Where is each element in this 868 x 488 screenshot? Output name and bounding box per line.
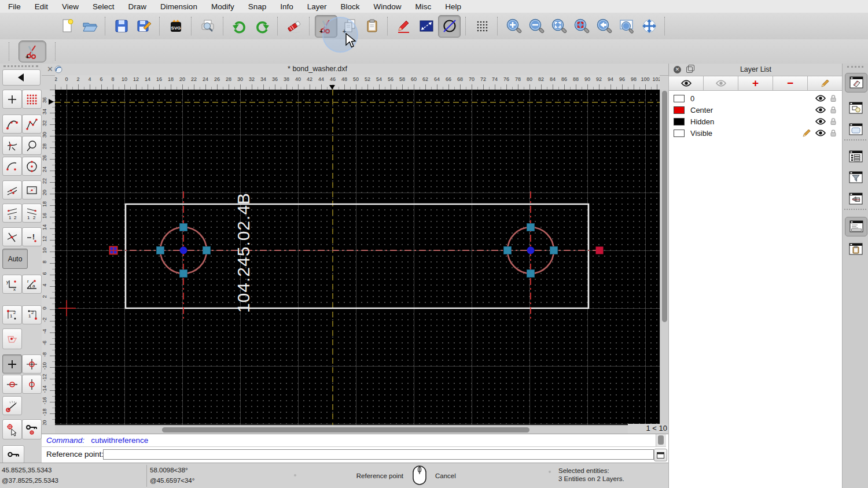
menu-draw[interactable]: Draw (128, 2, 147, 11)
menu-snap[interactable]: Snap (248, 2, 267, 11)
snap-angle-gauge-button[interactable] (2, 396, 22, 415)
show-all-layers-button[interactable] (668, 76, 704, 91)
menu-dimension[interactable]: Dimension (160, 2, 197, 11)
menu-block[interactable]: Block (341, 2, 360, 11)
draw-spline-points-button[interactable] (2, 114, 22, 134)
edit-attributes-button[interactable] (393, 16, 414, 37)
menu-info[interactable]: Info (280, 2, 293, 11)
vertical-scrollbar[interactable] (660, 90, 669, 425)
corner-ordinal-2-button[interactable]: 12 (22, 305, 42, 324)
modify-layer-button[interactable] (807, 76, 843, 91)
menu-help[interactable]: Help (445, 2, 461, 11)
drawing-text-label[interactable]: 104.245.02.4B (234, 193, 253, 313)
drawing-canvas[interactable]: 104.245.02.4B (55, 90, 660, 425)
menu-edit[interactable]: Edit (35, 2, 48, 11)
draw-polyline-points-button[interactable] (22, 114, 42, 134)
cut-with-reference-tool-button[interactable]: + (19, 40, 46, 62)
draw-points-grid-button[interactable] (22, 90, 42, 109)
draw-arc-point-button[interactable] (2, 157, 22, 176)
layer-visibility-eye-icon[interactable] (815, 106, 826, 113)
snap-auto-button[interactable]: Auto (2, 249, 28, 269)
zoom-out-button[interactable] (525, 16, 547, 37)
order-2-1-button[interactable]: 12 (22, 204, 42, 223)
draw-circle-center-button[interactable] (22, 157, 42, 176)
undo-button[interactable] (229, 16, 250, 37)
snap-on-entity-button[interactable] (22, 375, 42, 394)
menu-select[interactable]: Select (93, 2, 115, 11)
draw-point-button[interactable] (2, 90, 22, 109)
open-file-button[interactable] (79, 16, 100, 37)
dock-drag-handle[interactable] (847, 66, 863, 68)
hide-all-layers-button[interactable] (703, 76, 738, 91)
export-svg-button[interactable]: SVG (165, 16, 186, 37)
draw-tangent-lines-button[interactable] (2, 180, 22, 199)
block-list-panel-button[interactable] (845, 99, 866, 117)
save-as-button[interactable] (133, 16, 155, 37)
snap-middle-button[interactable] (2, 375, 22, 394)
layer-row-center[interactable]: Center (669, 104, 843, 116)
clipboard-panel-button[interactable] (845, 240, 866, 258)
draw-circle-tail-button[interactable] (22, 136, 42, 155)
zoom-window-button[interactable] (616, 16, 637, 37)
layer-list-panel-button[interactable] (845, 73, 867, 93)
layer-edit-pencil-icon[interactable] (802, 128, 811, 138)
menu-file[interactable]: File (8, 2, 21, 11)
order-1-2-button[interactable]: 12 (2, 204, 22, 223)
new-file-button[interactable] (56, 16, 78, 37)
circle-tool-button[interactable] (438, 15, 461, 38)
corner-ordinal-1-button[interactable]: 12 (2, 305, 22, 324)
paste-button[interactable] (361, 16, 382, 37)
remove-layer-button[interactable]: − (773, 76, 808, 91)
add-layer-button[interactable]: + (738, 76, 773, 91)
selection-filter-panel-button[interactable] (845, 168, 866, 187)
layer-visibility-eye-icon[interactable] (815, 95, 826, 102)
draw-rect-diagonal-button[interactable] (22, 180, 42, 199)
snap-free-button[interactable] (2, 354, 22, 374)
menu-modify[interactable]: Modify (211, 2, 234, 11)
layer-row-0[interactable]: 0 (669, 93, 843, 104)
zoom-pan-button[interactable] (638, 16, 660, 37)
layer-visibility-eye-icon[interactable] (815, 130, 826, 136)
back-button[interactable] (2, 69, 41, 86)
zoom-previous-button[interactable] (593, 16, 615, 37)
layer-visibility-eye-icon[interactable] (815, 118, 826, 125)
layer-lock-icon[interactable] (830, 94, 837, 102)
coord-cartesian-button[interactable]: yx (2, 275, 22, 294)
layer-color-swatch[interactable] (674, 95, 685, 102)
entity-list-panel-button[interactable] (845, 147, 866, 166)
delete-entities-button[interactable] (283, 16, 304, 37)
command-input[interactable] (103, 449, 654, 460)
print-preview-button[interactable] (197, 16, 218, 37)
layer-color-swatch[interactable] (674, 118, 685, 125)
layer-lock-icon[interactable] (830, 117, 837, 125)
layer-color-swatch[interactable] (674, 130, 685, 137)
zoom-in-button[interactable] (503, 16, 524, 37)
layer-lock-icon[interactable] (830, 106, 837, 114)
measure-distance-button[interactable] (415, 16, 437, 37)
palette-drag-handle[interactable] (3, 65, 38, 67)
menu-misc[interactable]: Misc (415, 2, 432, 11)
save-button[interactable] (111, 16, 132, 37)
zoom-auto-button[interactable] (548, 16, 569, 37)
command-history-scrollbar[interactable] (656, 434, 666, 447)
snap-grid-toggle-button[interactable] (471, 16, 492, 37)
select-contour-button[interactable] (2, 328, 22, 349)
snap-intersection-auto-button[interactable] (2, 227, 22, 246)
washer-outline-rect[interactable] (126, 204, 589, 308)
snap-grid-cross-button[interactable] (22, 354, 42, 374)
layer-row-visible[interactable]: Visible (669, 127, 843, 139)
layer-row-hidden[interactable]: Hidden (669, 116, 843, 127)
layer-lock-icon[interactable] (830, 129, 837, 137)
horizontal-scrollbar[interactable] (55, 425, 628, 434)
restrict-lock-button[interactable] (22, 419, 42, 439)
command-line-panel-button[interactable] (845, 217, 867, 236)
menu-layer[interactable]: Layer (307, 2, 327, 11)
snap-exclusive-button[interactable]: ! (22, 227, 42, 246)
coord-polar-button[interactable]: ra (22, 275, 42, 294)
snap-reference-cursor-button[interactable] (2, 419, 22, 439)
menu-window[interactable]: Window (374, 2, 402, 11)
command-dock-button[interactable] (654, 449, 667, 461)
draw-tangent-fork-button[interactable] (2, 136, 22, 155)
vscroll-thumb[interactable] (662, 91, 667, 322)
pen-selection-panel-button[interactable] (845, 190, 866, 208)
